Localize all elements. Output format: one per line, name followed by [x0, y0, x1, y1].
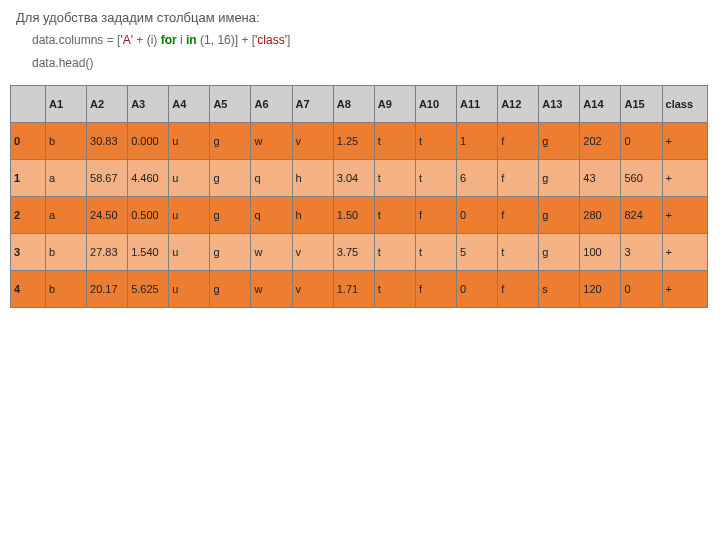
table-cell: 1.50	[333, 196, 374, 233]
table-cell: 3	[621, 233, 662, 270]
tok-string: 'A'	[120, 33, 133, 47]
table-cell: 0	[621, 270, 662, 307]
col-header: A15	[621, 85, 662, 122]
table-cell: 0	[457, 270, 498, 307]
table-cell: b	[45, 270, 86, 307]
tok: data.head()	[32, 56, 93, 70]
table-cell: g	[210, 159, 251, 196]
col-header: A1	[45, 85, 86, 122]
table-cell: f	[415, 270, 456, 307]
code-block: data.columns = ['A' + (i) for i in (1, 1…	[0, 29, 720, 85]
data-table: A1 A2 A3 A4 A5 A6 A7 A8 A9 A10 A11 A12 A…	[10, 85, 708, 308]
table-cell: g	[210, 233, 251, 270]
row-index: 4	[11, 270, 46, 307]
table-cell: 0.000	[128, 122, 169, 159]
table-header-row: A1 A2 A3 A4 A5 A6 A7 A8 A9 A10 A11 A12 A…	[11, 85, 708, 122]
tok: (i)	[147, 33, 161, 47]
col-header: A6	[251, 85, 292, 122]
col-header: A7	[292, 85, 333, 122]
tok: data.columns	[32, 33, 107, 47]
table-cell: 1.25	[333, 122, 374, 159]
table-cell: u	[169, 159, 210, 196]
col-header: A11	[457, 85, 498, 122]
col-header: A5	[210, 85, 251, 122]
table-cell: t	[415, 233, 456, 270]
table-cell: 560	[621, 159, 662, 196]
tok-string: 'class'	[255, 33, 287, 47]
table-cell: 202	[580, 122, 621, 159]
table-cell: t	[498, 233, 539, 270]
col-header: A8	[333, 85, 374, 122]
table-cell: f	[498, 122, 539, 159]
table-cell: g	[210, 270, 251, 307]
table-cell: t	[374, 122, 415, 159]
table-cell: 824	[621, 196, 662, 233]
table-cell: u	[169, 233, 210, 270]
table-cell: t	[374, 270, 415, 307]
table-cell: 27.83	[87, 233, 128, 270]
table-cell: u	[169, 122, 210, 159]
table-cell: 58.67	[87, 159, 128, 196]
table-row: 0b30.830.000ugwv1.25tt1fg2020+	[11, 122, 708, 159]
table-cell: +	[662, 270, 707, 307]
row-index: 1	[11, 159, 46, 196]
table-cell: +	[662, 122, 707, 159]
table-cell: +	[662, 196, 707, 233]
table-cell: +	[662, 159, 707, 196]
table-cell: w	[251, 233, 292, 270]
table-cell: t	[374, 196, 415, 233]
row-index: 3	[11, 233, 46, 270]
col-header: A3	[128, 85, 169, 122]
table-cell: t	[374, 159, 415, 196]
table-cell: a	[45, 159, 86, 196]
table-cell: b	[45, 122, 86, 159]
table-cell: 24.50	[87, 196, 128, 233]
table-row: 2a24.500.500ugqh1.50tf0fg280824+	[11, 196, 708, 233]
row-index: 0	[11, 122, 46, 159]
table-cell: g	[210, 196, 251, 233]
tok: +	[133, 33, 147, 47]
tok: (1, 16)]	[197, 33, 242, 47]
col-header: A4	[169, 85, 210, 122]
table-cell: v	[292, 233, 333, 270]
table-cell: v	[292, 270, 333, 307]
table-cell: f	[498, 196, 539, 233]
table-row: 3b27.831.540ugwv3.75tt5tg1003+	[11, 233, 708, 270]
table-cell: 20.17	[87, 270, 128, 307]
col-header: A10	[415, 85, 456, 122]
table-cell: f	[498, 270, 539, 307]
table-cell: a	[45, 196, 86, 233]
tok: i	[177, 33, 186, 47]
table-cell: t	[374, 233, 415, 270]
tok-keyword: for	[161, 33, 177, 47]
tok-keyword: in	[186, 33, 197, 47]
table-cell: 0	[621, 122, 662, 159]
table-cell: +	[662, 233, 707, 270]
table-cell: 4.460	[128, 159, 169, 196]
col-header: A12	[498, 85, 539, 122]
tok: +	[241, 33, 251, 47]
table-cell: t	[415, 159, 456, 196]
table-cell: f	[498, 159, 539, 196]
code-line-2: data.head()	[32, 52, 720, 75]
table-cell: b	[45, 233, 86, 270]
table-cell: 5	[457, 233, 498, 270]
table-cell: q	[251, 159, 292, 196]
intro-text: Для удобства зададим столбцам имена:	[0, 0, 720, 29]
table-cell: g	[539, 122, 580, 159]
table-cell: q	[251, 196, 292, 233]
tok: =	[107, 33, 114, 47]
table-cell: w	[251, 122, 292, 159]
table-cell: 100	[580, 233, 621, 270]
col-header: A9	[374, 85, 415, 122]
table-body: 0b30.830.000ugwv1.25tt1fg2020+1a58.674.4…	[11, 122, 708, 307]
table-cell: t	[415, 122, 456, 159]
table-cell: 6	[457, 159, 498, 196]
col-header	[11, 85, 46, 122]
col-header: class	[662, 85, 707, 122]
table-cell: 30.83	[87, 122, 128, 159]
table-cell: v	[292, 122, 333, 159]
col-header: A13	[539, 85, 580, 122]
table-cell: g	[539, 196, 580, 233]
tok: ]	[287, 33, 290, 47]
